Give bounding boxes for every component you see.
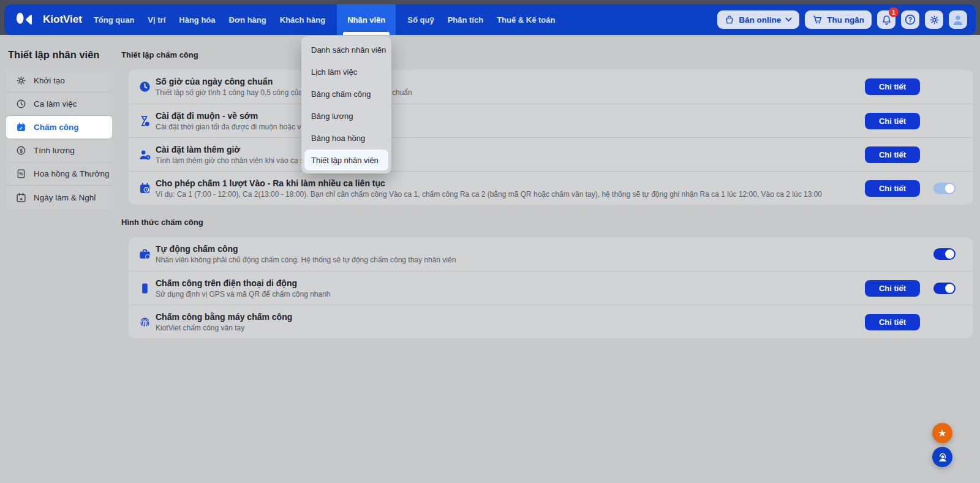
chi-tiet-button[interactable]: Chi tiết [865,146,920,163]
sidebar-item-ngay-lam-nghi[interactable]: ★ Ngày làm & Nghỉ [6,186,112,209]
menu-item-bang-cham-cong[interactable]: Bảng chấm công [301,83,391,105]
svg-text:?: ? [908,17,912,23]
clock-filled-icon [129,81,156,93]
notifications-button[interactable]: 1 [877,10,895,29]
calendar-edit-icon [15,122,26,133]
brand-name: KiotViet [43,13,82,26]
menu-item-lich-lam-viec[interactable]: Lịch làm việc [301,61,391,83]
brand[interactable]: KiotViet [15,12,82,28]
nav-item-phan-tich[interactable]: Phân tích [446,15,486,25]
setting-text: Cài đặt đi muộn - về sớm Cài đặt thời gi… [156,111,865,131]
hourglass-icon [129,115,156,127]
sidebar-item-label: Tính lương [34,146,75,155]
setting-row-cham-1-luot: Cho phép chấm 1 lượt Vào - Ra khi làm nh… [129,171,973,205]
setting-title: Cho phép chấm 1 lượt Vào - Ra khi làm nh… [156,178,856,188]
nav-item-tong-quan[interactable]: Tổng quan [92,15,136,25]
setting-text: Chấm công bằng máy chấm công KiotViet ch… [156,312,865,332]
support-agent-icon [937,451,949,463]
dollar-circle-icon: $ [15,145,26,156]
setting-controls: Chi tiết [865,280,973,297]
sidebar-item-label: Khởi tạo [34,76,65,85]
ban-online-button[interactable]: Bán online [717,10,799,29]
clock-icon [15,99,26,110]
chi-tiet-button[interactable]: Chi tiết [865,280,920,297]
avatar-person-icon [951,13,965,26]
setting-subtitle: Nhân viên không phải chủ động chấm công.… [156,256,856,264]
sidebar-item-label: Chấm công [34,123,79,132]
document-percent-icon: % [15,169,26,180]
setting-title: Cài đặt làm thêm giờ [156,145,856,154]
menu-item-bang-hoa-hong[interactable]: Bảng hoa hồng [301,127,391,149]
calendar-clock-icon [129,183,156,194]
setting-title: Tự động chấm công [156,244,856,254]
section-title-hinh-thuc-cham-cong: Hình thức chấm công [121,218,973,227]
thu-ngan-button[interactable]: Thu ngân [805,10,872,29]
settings-button[interactable] [925,10,943,29]
fingerprint-icon [129,316,156,328]
setting-row-di-muon-ve-som: Cài đặt đi muộn - về sớm Cài đặt thời gi… [129,104,973,137]
sidebar-item-tinh-luong[interactable]: $ Tính lương [6,139,112,162]
sidebar-item-label: Ngày làm & Nghỉ [34,193,96,202]
nav-item-vi-tri[interactable]: Vị trí [146,15,167,25]
setting-controls: Chi tiết [865,314,973,330]
mobile-phone-icon [129,283,156,294]
menu-item-danh-sach-nhan-vien[interactable]: Danh sách nhân viên [301,39,391,61]
nhan-vien-dropdown-menu: Danh sách nhân viên Lịch làm việc Bảng c… [301,36,391,173]
toggle-cham-cong-dien-thoai[interactable] [933,283,956,294]
rating-star-button[interactable]: ★ [932,423,952,443]
sidebar: Thiết lập nhân viên Khởi tạo Ca làm việc [0,35,120,209]
gear-icon [15,75,26,86]
sidebar-item-khoi-tao[interactable]: Khởi tạo [6,69,112,93]
chi-tiet-button[interactable]: Chi tiết [865,113,920,129]
help-button[interactable]: ? [901,10,919,29]
nav-item-thue-ke-toan[interactable]: Thuế & Kế toán [495,15,557,25]
setting-controls: Chi tiết [865,78,973,95]
setting-title: Chấm công trên điện thoại di động [156,278,856,288]
nav-item-don-hang[interactable]: Đơn hàng [227,15,268,25]
sidebar-item-cham-cong[interactable]: Chấm công [6,116,112,139]
setting-subtitle: Ví dụ: Ca 1 (7:00 - 12:00), Ca 2(13:00 -… [156,190,856,199]
sidebar-item-label: Hoa hồng & Thưởng [34,169,109,178]
thu-ngan-label: Thu ngân [827,15,864,25]
hinh-thuc-cham-cong-card: Tự động chấm công Nhân viên không phải c… [129,237,973,338]
ban-online-label: Bán online [739,15,781,25]
setting-subtitle: Thiết lập số giờ tính 1 công hay 0,5 côn… [156,88,856,97]
chi-tiet-button[interactable]: Chi tiết [865,180,920,197]
toggle-cham-1-luot[interactable] [933,183,956,194]
setting-title: Chấm công bằng máy chấm công [156,312,856,322]
nav-item-nhan-vien[interactable]: Nhân viên [337,4,396,35]
support-button[interactable] [932,447,952,467]
svg-text:$: $ [20,148,23,154]
nav-item-so-quy[interactable]: Số quỹ [405,15,435,25]
setting-text: Chấm công trên điện thoại di động Sử dụn… [156,278,865,299]
setting-row-so-gio-ngay-cong: Số giờ của ngày công chuẩn Thiết lập số … [129,70,973,104]
sidebar-item-ca-lam-viec[interactable]: Ca làm việc [6,93,112,116]
toggle-tu-dong-cham-cong[interactable] [933,248,956,260]
svg-text:%: % [19,171,23,177]
top-nav: KiotViet Tổng quan Vị trí Hàng hóa Đơn h… [4,4,976,35]
setting-row-may-cham-cong: Chấm công bằng máy chấm công KiotViet ch… [129,305,973,338]
setting-text: Cài đặt làm thêm giờ Tính làm thêm giờ c… [156,145,865,165]
briefcase-icon [129,248,156,260]
star-icon: ★ [938,427,946,439]
setting-text: Cho phép chấm 1 lượt Vào - Ra khi làm nh… [156,178,865,199]
chi-tiet-button[interactable]: Chi tiết [865,314,920,330]
sidebar-item-hoa-hong-thuong[interactable]: % Hoa hồng & Thưởng [6,162,112,186]
cart-icon [812,15,823,25]
setting-controls: Chi tiết [865,146,973,163]
setting-controls: Chi tiết [865,113,973,129]
main-content: Thiết lập chấm công Số giờ của ngày công… [120,35,973,338]
nav-item-hang-hoa[interactable]: Hàng hóa [177,15,217,25]
setting-controls: Chi tiết [865,180,973,197]
menu-item-thiet-lap-nhan-vien[interactable]: Thiết lập nhân viên [304,150,388,170]
nav-item-khach-hang[interactable]: Khách hàng [278,15,327,25]
setting-row-lam-them-gio: Cài đặt làm thêm giờ Tính làm thêm giờ c… [129,137,973,171]
notification-badge: 1 [889,7,899,17]
menu-item-bang-luong[interactable]: Bảng lương [301,105,391,127]
calendar-star-icon: ★ [15,192,26,203]
nav-actions: Bán online Thu ngân 1 ? [717,10,967,29]
avatar-button[interactable] [949,10,967,29]
setting-row-tu-dong-cham-cong: Tự động chấm công Nhân viên không phải c… [129,237,973,271]
shopping-bag-plus-icon [725,15,734,25]
chi-tiet-button[interactable]: Chi tiết [865,78,920,95]
